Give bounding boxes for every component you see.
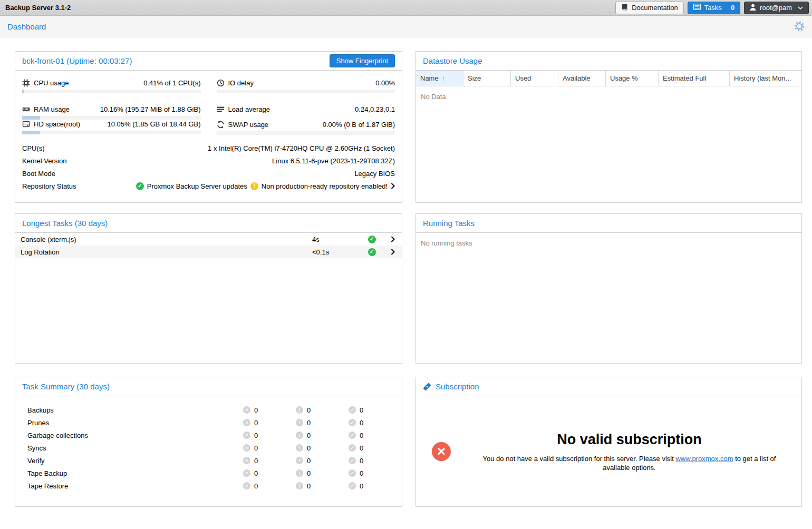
ok-count-cell[interactable]: ✓0: [349, 469, 401, 477]
show-fingerprint-button[interactable]: Show Fingerprint: [330, 54, 395, 67]
warning-count-cell[interactable]: !0: [296, 406, 349, 414]
subscription-header: Subscription: [416, 377, 801, 396]
ok-count-cell[interactable]: ✓0: [349, 406, 401, 414]
warning-count-cell[interactable]: !0: [296, 419, 349, 427]
io-delay-stat: IO delay 0.00%: [217, 79, 395, 93]
cpu-icon: [22, 79, 30, 87]
task-type-label: Tape Backup: [15, 469, 243, 477]
column-header-history[interactable]: History (last Mon...: [730, 71, 801, 86]
error-count-cell[interactable]: ×0: [243, 444, 296, 452]
warning-circle-icon: !: [250, 182, 258, 190]
swap-usage-stat: SWAP usage 0.00% (0 B of 1.87 GiB): [217, 121, 395, 135]
error-icon: ×: [243, 432, 250, 439]
cpu-usage-label: CPU usage: [34, 79, 69, 87]
check-icon: ✓: [349, 444, 356, 452]
check-icon: ✓: [349, 432, 356, 439]
ok-count: 0: [360, 432, 363, 439]
column-header-usage-pct[interactable]: Usage %: [606, 71, 659, 86]
no-subscription-headline: No valid subscription: [471, 432, 788, 448]
error-count-cell[interactable]: ×0: [243, 482, 296, 490]
ram-usage-bar-fill: [22, 116, 40, 120]
check-icon: ✓: [349, 482, 356, 489]
ok-count: 0: [360, 457, 363, 465]
error-icon: ×: [243, 482, 250, 489]
load-average-icon: [217, 105, 225, 113]
node-info-section: CPU(s) 1 x Intel(R) Core(TM) i7-4720HQ C…: [15, 135, 402, 192]
error-count-cell[interactable]: ×0: [243, 406, 296, 414]
chevron-right-icon[interactable]: [391, 183, 395, 189]
tasks-button[interactable]: Tasks 0: [688, 2, 740, 14]
cpus-row: CPU(s) 1 x Intel(R) Core(TM) i7-4720HQ C…: [22, 142, 395, 154]
node-status-panel: bck-front-01 (Uptime: 00:03:27) Show Fin…: [15, 51, 402, 203]
column-header-estimated-full[interactable]: Estimated Full: [659, 71, 730, 86]
node-panel-header: bck-front-01 (Uptime: 00:03:27) Show Fin…: [15, 52, 402, 71]
error-count-cell[interactable]: ×0: [243, 469, 296, 477]
error-count-cell[interactable]: ×0: [243, 432, 296, 439]
task-type-label: Garbage collections: [15, 432, 243, 439]
gear-icon[interactable]: [794, 21, 805, 32]
task-type-label: Syncs: [15, 444, 243, 452]
repository-status-label: Repository Status: [22, 182, 76, 190]
ram-usage-bar: [22, 116, 201, 120]
warning-count-cell[interactable]: !0: [296, 482, 349, 490]
warning-count-cell[interactable]: !0: [296, 444, 349, 452]
user-menu-button[interactable]: root@pam: [744, 2, 809, 14]
running-tasks-empty-text: No running tasks: [416, 233, 801, 253]
ok-count: 0: [360, 469, 363, 477]
warning-icon: !: [296, 419, 303, 426]
list-item: Tape Restore ×0 !0 ✓0: [15, 479, 402, 492]
ok-count-cell[interactable]: ✓0: [349, 419, 401, 427]
warning-count: 0: [307, 457, 311, 465]
user-label: root@pam: [760, 4, 792, 12]
chevron-right-icon[interactable]: [384, 249, 402, 255]
column-header-size[interactable]: Size: [463, 71, 511, 86]
cpu-usage-stat: CPU usage 0.41% of 1 CPU(s): [22, 79, 201, 93]
user-icon: [750, 4, 756, 12]
proxmox-link[interactable]: www.proxmox.com: [675, 455, 733, 463]
repository-warning-text: Non production-ready repository enabled!: [262, 182, 388, 190]
load-average-label: Load average: [228, 105, 270, 113]
ok-count-cell[interactable]: ✓0: [349, 432, 401, 439]
error-icon: ×: [243, 419, 250, 426]
chevron-right-icon[interactable]: [384, 236, 402, 242]
list-item: Tape Backup ×0 !0 ✓0: [15, 467, 402, 479]
datastore-table-header: Name ↑ Size Used Available Usage % Estim…: [416, 71, 801, 86]
io-delay-value: 0.00%: [375, 79, 395, 87]
chevron-down-icon: [798, 6, 803, 9]
warning-count-cell[interactable]: !0: [296, 432, 349, 439]
task-list-icon: [693, 4, 701, 12]
ram-usage-value: 10.16% (195.27 MiB of 1.88 GiB): [100, 105, 201, 113]
warning-count-cell[interactable]: !0: [296, 469, 349, 477]
error-count: 0: [254, 457, 258, 465]
warning-count-cell[interactable]: !0: [296, 457, 349, 465]
ram-usage-stat: RAM usage 10.16% (195.27 MiB of 1.88 GiB…: [22, 105, 201, 120]
error-icon: ×: [243, 444, 250, 452]
ok-count-cell[interactable]: ✓0: [349, 482, 401, 490]
warning-count: 0: [307, 406, 311, 414]
ok-count-cell[interactable]: ✓0: [349, 457, 401, 465]
task-summary-panel: Task Summary (30 days) Backups ×0 !0 ✓0 …: [15, 377, 402, 507]
column-header-used[interactable]: Used: [511, 71, 558, 86]
ok-count-cell[interactable]: ✓0: [349, 444, 401, 452]
error-count-cell[interactable]: ×0: [243, 419, 296, 427]
task-summary-title: Task Summary (30 days): [22, 382, 110, 391]
check-icon: ✓: [349, 469, 356, 477]
ok-count: 0: [360, 444, 363, 452]
warning-icon: !: [296, 444, 303, 452]
swap-usage-label: SWAP usage: [228, 121, 269, 129]
warning-count: 0: [307, 469, 311, 477]
check-circle-icon: ✓: [368, 248, 376, 256]
list-item: Backups ×0 !0 ✓0: [15, 404, 402, 416]
documentation-button[interactable]: Documentation: [615, 2, 683, 14]
swap-refresh-icon: [217, 121, 225, 129]
boot-mode-value: Legacy BIOS: [354, 170, 395, 178]
error-count-cell[interactable]: ×0: [243, 457, 296, 465]
list-item: Garbage collections ×0 !0 ✓0: [15, 429, 402, 442]
kernel-version-value: Linux 6.5.11-6-pve (2023-11-29T08:32Z): [272, 157, 395, 165]
sort-ascending-icon: ↑: [442, 75, 445, 82]
clock-icon: [217, 79, 225, 87]
hd-space-bar: [22, 131, 201, 134]
column-header-name[interactable]: Name ↑: [416, 71, 463, 86]
column-header-available[interactable]: Available: [558, 71, 606, 86]
datastore-empty-text: No Data: [416, 86, 801, 107]
